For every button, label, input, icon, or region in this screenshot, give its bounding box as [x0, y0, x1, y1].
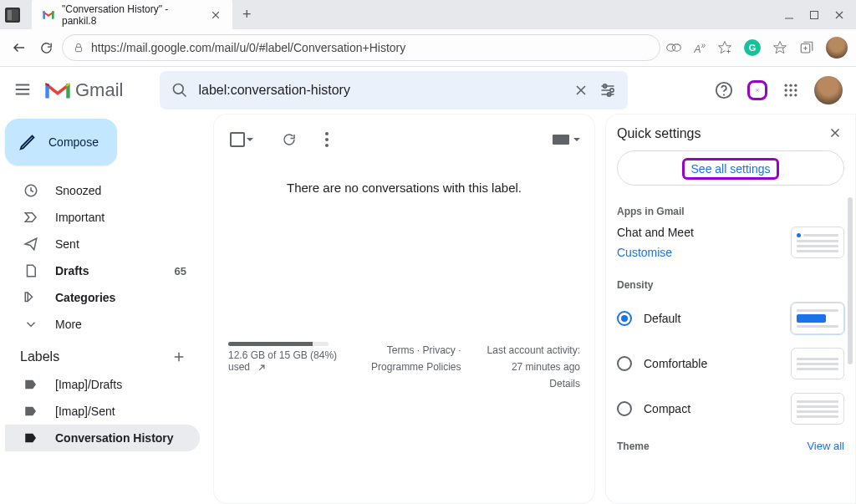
add-favorite-icon[interactable] [717, 40, 732, 55]
more-options-icon[interactable] [325, 132, 329, 147]
compose-button[interactable]: Compose [5, 119, 117, 165]
svg-rect-4 [811, 11, 818, 18]
apps-grid-icon[interactable] [781, 80, 801, 100]
label-text: Conversation History [55, 431, 174, 445]
svg-point-27 [794, 94, 797, 96]
search-input[interactable] [198, 83, 563, 98]
address-bar[interactable]: https://mail.google.com/mail/u/0/#label/… [62, 34, 660, 61]
activity-time: 27 minutes ago [512, 361, 580, 373]
settings-gear-icon[interactable] [747, 80, 767, 100]
refresh-mail-icon[interactable] [282, 132, 297, 147]
clear-search-icon[interactable] [573, 82, 589, 99]
privacy-link[interactable]: Privacy [422, 344, 455, 356]
favorites-icon[interactable] [772, 40, 787, 55]
sidebar-item-label: Important [55, 211, 104, 224]
grammarly-icon[interactable]: G [744, 39, 761, 56]
gmail-logo-icon [45, 81, 70, 99]
search-options-icon[interactable] [599, 82, 616, 99]
svg-point-12 [174, 84, 184, 94]
svg-rect-33 [553, 135, 569, 145]
chevron-down-icon [23, 317, 38, 332]
close-quicksettings-icon[interactable] [828, 125, 844, 142]
programme-policies-link[interactable]: Programme Policies [371, 361, 461, 373]
theme-header: Theme [617, 440, 650, 452]
label-imap-sent[interactable]: [Imap]/Sent [5, 398, 200, 425]
sidebar-item-label: Categories [55, 291, 115, 304]
quick-settings-panel: Quick settings See all settings Apps in … [605, 114, 856, 504]
gmail-logo[interactable]: Gmail [45, 79, 123, 101]
svg-rect-5 [76, 47, 82, 51]
radio-icon [617, 401, 632, 416]
svg-point-7 [673, 44, 681, 51]
svg-point-25 [785, 94, 787, 96]
select-dropdown-icon[interactable] [247, 138, 253, 145]
density-preview-compact [791, 393, 844, 425]
search-bar[interactable] [160, 71, 628, 109]
sidebar-item-categories[interactable]: Categories [5, 284, 200, 311]
theme-view-all-link[interactable]: View all [807, 440, 844, 452]
mail-list-pane: There are no conversations with this lab… [213, 114, 595, 504]
profile-avatar[interactable] [826, 37, 848, 59]
label-icon [23, 377, 38, 392]
account-avatar[interactable] [814, 76, 843, 104]
terms-link[interactable]: Terms [387, 344, 415, 356]
density-preview-default [791, 303, 844, 334]
refresh-button[interactable] [35, 37, 57, 59]
browser-toolbar: https://mail.google.com/mail/u/0/#label/… [0, 29, 856, 67]
density-label: Compact [644, 402, 690, 415]
browser-tab[interactable]: "Conversation History" - pankil.8 [32, 0, 232, 33]
pencil-icon [18, 133, 37, 151]
label-imap-drafts[interactable]: [Imap]/Drafts [5, 371, 200, 398]
sidebar-item-label: Snoozed [55, 184, 101, 197]
select-all-checkbox[interactable] [230, 132, 253, 147]
density-option-default[interactable]: Default [617, 303, 844, 334]
link-share-icon[interactable] [665, 41, 682, 54]
density-label: Default [644, 312, 680, 325]
clock-icon [23, 183, 38, 198]
mail-toolbar [225, 125, 583, 159]
svg-point-32 [325, 144, 329, 147]
sidebar-item-more[interactable]: More [5, 311, 200, 338]
sidebar-item-snoozed[interactable]: Snoozed [5, 177, 200, 204]
sidebar-item-label: Drafts [55, 264, 89, 277]
see-all-settings-button[interactable]: See all settings [617, 150, 844, 186]
add-label-icon[interactable] [171, 349, 186, 364]
scrollbar[interactable] [848, 197, 853, 364]
density-option-comfortable[interactable]: Comfortable [617, 348, 844, 379]
help-icon[interactable] [714, 80, 734, 100]
draft-icon [23, 263, 38, 278]
density-option-compact[interactable]: Compact [617, 393, 844, 425]
sidebar: Compose Snoozed Important Sent Drafts 65… [0, 114, 205, 504]
reader-icon[interactable]: A» [694, 41, 706, 55]
tab-actions-icon[interactable] [5, 8, 20, 23]
activity-label: Last account activity: [487, 344, 580, 356]
sidebar-item-important[interactable]: Important [5, 204, 200, 231]
window-maximize-icon[interactable] [809, 10, 819, 20]
menu-icon[interactable] [13, 80, 33, 100]
label-text: [Imap]/Sent [55, 405, 115, 418]
sidebar-item-label: More [55, 318, 82, 331]
density-preview-comfortable [791, 348, 844, 379]
svg-rect-1 [8, 10, 12, 20]
search-icon [171, 82, 188, 99]
window-close-icon[interactable] [834, 10, 844, 20]
back-button[interactable] [8, 37, 30, 59]
tab-close-icon[interactable] [209, 8, 222, 22]
customise-link[interactable]: Customise [617, 242, 694, 262]
window-minimize-icon[interactable] [784, 10, 794, 20]
chat-and-meet-label: Chat and Meet [617, 222, 694, 242]
open-storage-icon[interactable] [256, 362, 268, 374]
sidebar-item-sent[interactable]: Sent [5, 231, 200, 257]
svg-point-22 [785, 89, 787, 91]
empty-state-message: There are no conversations with this lab… [225, 181, 583, 195]
input-tools-icon[interactable] [552, 134, 580, 145]
activity-details-link[interactable]: Details [549, 378, 580, 389]
label-icon [23, 430, 38, 445]
storage-text: 12.6 GB of 15 GB (84%) used [228, 349, 337, 373]
sidebar-item-drafts[interactable]: Drafts 65 [5, 257, 200, 284]
label-conversation-history[interactable]: Conversation History [5, 425, 200, 451]
sidebar-item-label: Sent [55, 237, 79, 251]
collections-icon[interactable] [799, 40, 814, 55]
lock-icon [73, 42, 84, 53]
new-tab-button[interactable]: + [242, 6, 252, 23]
